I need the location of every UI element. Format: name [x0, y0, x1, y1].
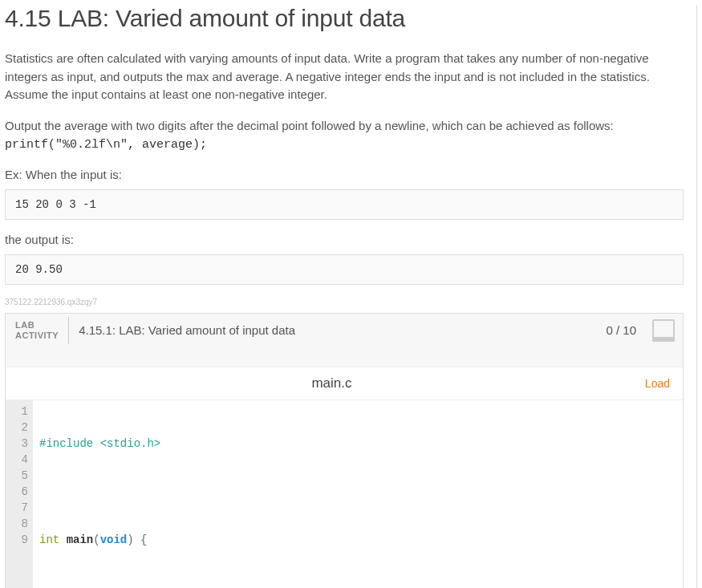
expand-toggle-icon[interactable] [652, 319, 675, 342]
editor-gutter: 123456789 [6, 400, 33, 588]
token-header: <stdio.h> [100, 437, 161, 450]
token-main: main [67, 533, 94, 546]
gutter-line-number: 4 [14, 452, 28, 468]
gutter-line-number: 5 [14, 468, 28, 484]
editor-code-area[interactable]: #include <stdio.h> int main(void) { /* T… [33, 400, 241, 588]
lab-badge-line2: ACTIVITY [15, 330, 59, 341]
resource-id-text: 375122.2212936.qx3zqy7 [5, 298, 684, 306]
lab-badge: LAB ACTIVITY [14, 317, 69, 344]
token-int: int [39, 533, 59, 546]
example-output-label: the output is: [5, 233, 684, 246]
activity-title: 4.15.1: LAB: Varied amount of input data [79, 323, 596, 337]
gutter-line-number: 2 [14, 420, 28, 436]
gutter-line-number: 3 [14, 436, 28, 452]
page-title: 4.15 LAB: Varied amount of input data [5, 5, 684, 32]
example-input-block: 15 20 0 3 -1 [5, 189, 684, 220]
printf-hint-code: printf("%0.2lf\n", average); [5, 138, 207, 152]
gutter-line-number: 6 [14, 484, 28, 500]
problem-description-2: Output the average with two digits after… [5, 117, 684, 155]
code-editor[interactable]: 123456789 #include <stdio.h> int main(vo… [6, 399, 683, 588]
gutter-line-number: 8 [14, 516, 28, 532]
gutter-line-number: 7 [14, 500, 28, 516]
desc2-text: Output the average with two digits after… [5, 119, 614, 132]
token-void: void [100, 533, 128, 546]
gutter-line-number: 9 [14, 532, 28, 548]
activity-score: 0 / 10 [606, 323, 636, 337]
editor-filename: main.c [311, 375, 351, 391]
gutter-line-number: 1 [14, 403, 28, 420]
token-include: #include [39, 437, 93, 450]
load-button[interactable]: Load [645, 377, 670, 390]
lab-badge-line1: LAB [15, 320, 59, 330]
activity-header: LAB ACTIVITY 4.15.1: LAB: Varied amount … [6, 314, 683, 347]
example-input-label: Ex: When the input is: [5, 168, 684, 181]
editor-toolbar: main.c Load [6, 367, 683, 399]
lab-activity-card: LAB ACTIVITY 4.15.1: LAB: Varied amount … [5, 313, 684, 589]
example-output-block: 20 9.50 [5, 254, 684, 285]
problem-description-1: Statistics are often calculated with var… [5, 50, 684, 104]
